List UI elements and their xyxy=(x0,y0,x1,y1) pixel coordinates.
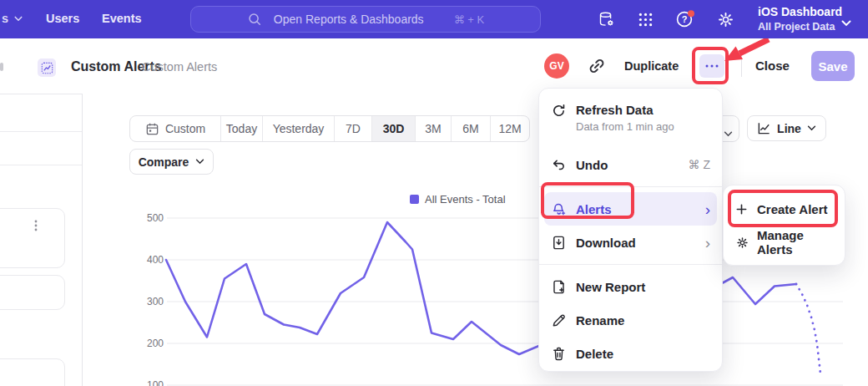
range-12m[interactable]: 12M xyxy=(491,116,529,141)
undo-icon xyxy=(551,157,576,173)
alerts-submenu: Create Alert Manage Alerts xyxy=(723,185,845,266)
refresh-icon xyxy=(551,103,576,119)
menu-item-undo[interactable]: Undo ⌘ Z xyxy=(539,148,722,181)
divider xyxy=(741,55,742,77)
notification-dot xyxy=(688,10,694,17)
calendar-icon xyxy=(145,122,159,136)
range-custom[interactable]: Custom xyxy=(130,116,221,141)
menu-item-download[interactable]: Download › xyxy=(539,226,722,259)
apps-grid-icon[interactable] xyxy=(633,8,657,31)
submenu-chevron-icon: › xyxy=(705,201,710,217)
project-name: iOS Dashboard xyxy=(758,4,842,20)
search-shortcut-hint: ⌘ + K xyxy=(454,13,485,26)
duplicate-button[interactable]: Duplicate xyxy=(624,59,679,73)
menu-item-delete[interactable]: Delete xyxy=(539,337,722,370)
svg-text:200: 200 xyxy=(147,338,164,349)
submenu-item-create-alert[interactable]: Create Alert xyxy=(724,192,845,226)
close-button[interactable]: Close xyxy=(755,58,790,73)
sidebar-divider xyxy=(0,131,82,132)
submenu-item-manage-alerts[interactable]: Manage Alerts xyxy=(724,226,845,259)
data-management-icon[interactable] xyxy=(594,8,618,31)
undo-shortcut: ⌘ Z xyxy=(689,158,710,171)
gear-icon xyxy=(735,236,757,250)
compare-button[interactable]: Compare xyxy=(129,149,214,175)
date-range-control: Custom Today Yesterday 7D 30D 3M 6M 12M xyxy=(129,115,530,142)
submenu-chevron-icon: › xyxy=(705,235,710,251)
sidebar-card[interactable] xyxy=(0,275,65,310)
kebab-menu-icon[interactable] xyxy=(31,219,41,236)
plus-icon xyxy=(735,203,757,216)
report-icon xyxy=(38,58,56,77)
sidebar-card[interactable] xyxy=(0,358,65,386)
sidebar-divider xyxy=(0,165,82,165)
chart-type-dropdown[interactable]: Line xyxy=(747,115,826,141)
menu-item-alerts[interactable]: Alerts › xyxy=(544,192,717,226)
chevron-down-icon xyxy=(195,159,204,165)
legend-label: All Events - Total xyxy=(425,193,506,206)
svg-text:?: ? xyxy=(682,14,688,24)
help-icon[interactable]: ? xyxy=(674,8,697,31)
breadcrumb: Custom Alerts xyxy=(142,60,217,74)
bell-plus-icon xyxy=(551,201,576,217)
nav-item-clipped[interactable]: s xyxy=(2,12,23,25)
chart-legend: All Events - Total xyxy=(410,193,506,206)
settings-gear-icon[interactable] xyxy=(714,8,737,31)
sidebar-card[interactable] xyxy=(0,208,65,268)
report-header: Custom Alerts Custom Alerts GV Duplicate… xyxy=(0,38,868,94)
svg-text:100: 100 xyxy=(147,379,164,386)
menu-item-label: Refresh Data xyxy=(576,103,654,117)
range-today[interactable]: Today xyxy=(221,116,263,141)
range-yesterday[interactable]: Yesterday xyxy=(263,116,335,141)
range-7d[interactable]: 7D xyxy=(335,116,372,141)
more-options-button[interactable] xyxy=(699,54,724,78)
pencil-icon xyxy=(551,312,576,328)
nav-item-events[interactable]: Events xyxy=(102,12,142,25)
more-ellipsis-icon xyxy=(704,63,719,69)
clipped-edge-element xyxy=(0,63,3,71)
menu-item-new-report[interactable]: New Report xyxy=(539,270,722,303)
nav-item-users[interactable]: Users xyxy=(46,12,79,25)
download-icon xyxy=(551,235,576,251)
chevron-down-icon xyxy=(724,125,733,140)
report-context-menu: Refresh Data Data from 1 min ago Undo ⌘ … xyxy=(538,88,723,372)
trash-icon xyxy=(551,346,576,362)
global-search-input[interactable]: Open Reports & Dashboards ⌘ + K xyxy=(190,6,541,33)
search-placeholder: Open Reports & Dashboards xyxy=(274,13,424,26)
svg-text:300: 300 xyxy=(147,296,164,307)
left-sidebar xyxy=(0,94,83,386)
top-navigation-bar: s Users Events Open Reports & Dashboards… xyxy=(0,0,868,38)
range-6m[interactable]: 6M xyxy=(452,116,491,141)
new-report-icon xyxy=(551,279,576,295)
copy-link-icon[interactable] xyxy=(587,56,607,76)
menu-item-rename[interactable]: Rename xyxy=(539,303,722,337)
chevron-down-icon xyxy=(14,16,23,22)
svg-text:400: 400 xyxy=(147,254,164,266)
menu-divider xyxy=(539,186,722,187)
avatar[interactable]: GV xyxy=(544,53,569,79)
search-icon xyxy=(247,12,262,27)
chevron-down-icon xyxy=(841,15,851,30)
legend-swatch xyxy=(410,195,419,204)
refresh-status-text: Data from 1 min ago xyxy=(576,120,710,133)
range-3m[interactable]: 3M xyxy=(416,116,452,141)
menu-item-refresh-data[interactable]: Refresh Data Data from 1 min ago xyxy=(539,95,722,148)
project-scope: All Project Data xyxy=(758,20,842,33)
svg-text:500: 500 xyxy=(147,212,164,224)
project-switcher[interactable]: iOS Dashboard All Project Data xyxy=(758,4,842,33)
app-window: 500400300200100 All Events - Total Custo… xyxy=(0,0,868,386)
line-chart-icon xyxy=(757,121,771,135)
chevron-down-icon xyxy=(807,125,816,131)
save-button[interactable]: Save xyxy=(811,51,855,81)
range-30d-active[interactable]: 30D xyxy=(372,116,416,141)
menu-divider xyxy=(539,264,722,265)
